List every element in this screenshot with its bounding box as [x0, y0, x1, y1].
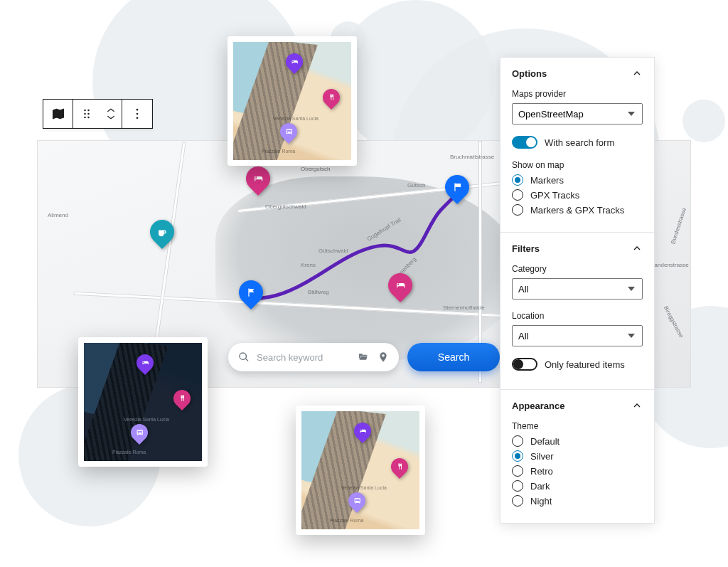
- map-marker-cafe[interactable]: [150, 220, 174, 251]
- chevron-up-icon: [631, 68, 643, 79]
- map-marker-food[interactable]: [323, 89, 340, 112]
- map-marker-sleep[interactable]: [136, 354, 154, 377]
- field-label: Show on map: [512, 160, 643, 170]
- radio-button[interactable]: [512, 174, 523, 186]
- with-search-form-toggle[interactable]: [512, 136, 537, 149]
- map-theme-thumbnail-retro[interactable]: Venezia Santa LuciaPiazzale Roma: [228, 36, 357, 166]
- svg-point-0: [84, 110, 86, 112]
- radio-button[interactable]: [512, 450, 523, 462]
- maps-provider-select[interactable]: OpenStreetMap: [512, 103, 643, 124]
- chevron-up-icon: [631, 400, 643, 411]
- block-settings-panel: Options Maps provider OpenStreetMap With…: [500, 57, 655, 524]
- search-input[interactable]: Search keyword: [228, 343, 399, 371]
- show-on-map-option-markers[interactable]: Markers: [512, 174, 643, 186]
- map-marker-bus[interactable]: [348, 492, 365, 515]
- map-label: Bundesstrasse: [670, 207, 687, 245]
- more-options-button[interactable]: [122, 100, 152, 128]
- panel-section-toggle-filters[interactable]: Filters: [512, 243, 643, 254]
- map-marker-hotel-2[interactable]: [388, 273, 412, 304]
- map-label: Obergutsch: [301, 166, 330, 172]
- map-label: Obergütschwald: [265, 203, 306, 210]
- coffee-icon: [157, 227, 168, 238]
- theme-option-night[interactable]: Night: [512, 495, 643, 507]
- svg-point-2: [84, 113, 86, 115]
- map-pin-icon[interactable]: [378, 351, 389, 363]
- map-marker-bus[interactable]: [131, 424, 148, 447]
- panel-section-title: Options: [512, 68, 547, 79]
- panel-section-toggle-options[interactable]: Options: [512, 68, 643, 79]
- svg-point-8: [136, 117, 139, 120]
- bg-bubble: [682, 100, 725, 142]
- map-label: Bireggstrasse: [663, 305, 685, 339]
- field-label: Location: [512, 311, 643, 321]
- map-label: Allmend: [48, 212, 68, 218]
- radio-label: Markers: [530, 175, 564, 186]
- flag-icon: [246, 287, 257, 298]
- map-marker-hotel-1[interactable]: [246, 166, 270, 198]
- theme-option-default[interactable]: Default: [512, 435, 643, 447]
- search-button[interactable]: Search: [407, 343, 500, 371]
- map-marker-food[interactable]: [391, 458, 408, 481]
- block-movers: [100, 100, 122, 128]
- bed-icon: [253, 174, 264, 184]
- bed-icon: [395, 280, 406, 291]
- show-on-map-option-gpx[interactable]: GPX Tracks: [512, 189, 643, 201]
- radio-label: Retro: [530, 466, 553, 477]
- only-featured-toggle[interactable]: [512, 358, 537, 371]
- theme-option-dark[interactable]: Dark: [512, 480, 643, 492]
- map-label: Bruchmattstrasse: [450, 154, 494, 160]
- map-search-bar: Search keyword Search: [228, 343, 500, 371]
- map-label: Clandenstrasse: [649, 262, 689, 268]
- field-label: Theme: [512, 421, 643, 431]
- map-marker-sleep[interactable]: [286, 53, 303, 76]
- theme-option-silver[interactable]: Silver: [512, 450, 643, 462]
- panel-section-options: Options Maps provider OpenStreetMap With…: [500, 58, 654, 233]
- more-vertical-icon: [130, 107, 144, 121]
- svg-point-4: [84, 117, 86, 119]
- map-marker-food[interactable]: [173, 390, 191, 413]
- field-label: Maps provider: [512, 89, 643, 99]
- bed-icon: [291, 58, 299, 66]
- search-placeholder: Search keyword: [257, 352, 323, 363]
- map-block-icon: [51, 107, 65, 121]
- block-toolbar: [43, 99, 153, 129]
- panel-section-toggle-appearance[interactable]: Appearance: [512, 400, 643, 411]
- category-select[interactable]: All: [512, 278, 643, 300]
- radio-button[interactable]: [512, 480, 523, 492]
- map-marker-track-b[interactable]: [445, 175, 469, 206]
- panel-section-filters: Filters Category All Location All Only f…: [500, 233, 654, 390]
- bed-icon: [359, 428, 367, 435]
- bg-bubble: [338, 0, 494, 157]
- map-marker-bus[interactable]: [280, 123, 297, 146]
- panel-section-title: Appearance: [512, 401, 564, 411]
- folder-open-icon[interactable]: [358, 351, 369, 363]
- field-label: Category: [512, 264, 643, 274]
- only-featured-row: Only featured items: [512, 358, 643, 371]
- theme-option-retro[interactable]: Retro: [512, 465, 643, 477]
- map-marker-sleep[interactable]: [354, 423, 371, 445]
- map-theme-thumbnail-retro[interactable]: Venezia Santa LuciaPiazzale Roma: [296, 406, 425, 535]
- radio-label: Default: [530, 436, 560, 447]
- block-type-button[interactable]: [43, 100, 73, 128]
- drag-handle[interactable]: [73, 100, 100, 128]
- map-theme-thumbnail-dark[interactable]: Venezia Santa LuciaPiazzale Roma: [78, 337, 208, 467]
- radio-button[interactable]: [512, 204, 523, 216]
- map-marker-track-a[interactable]: [239, 280, 263, 312]
- radio-label: Silver: [530, 451, 554, 462]
- show-on-map-option-markers_gpx[interactable]: Markers & GPX Tracks: [512, 204, 643, 216]
- chevron-up-icon[interactable]: [106, 107, 116, 114]
- with-search-form-row: With search form: [512, 136, 643, 149]
- bus-icon: [136, 429, 144, 437]
- bed-icon: [141, 359, 149, 367]
- radio-button[interactable]: [512, 465, 523, 477]
- radio-button[interactable]: [512, 189, 523, 201]
- chevron-down-icon[interactable]: [106, 114, 116, 121]
- radio-button[interactable]: [512, 495, 523, 507]
- toggle-label: With search form: [545, 137, 614, 148]
- radio-button[interactable]: [512, 435, 523, 447]
- svg-point-5: [87, 117, 90, 119]
- bus-icon: [353, 497, 361, 505]
- utensils-icon: [328, 94, 336, 102]
- map-label: Bälliweg: [308, 289, 329, 295]
- location-select[interactable]: All: [512, 325, 643, 346]
